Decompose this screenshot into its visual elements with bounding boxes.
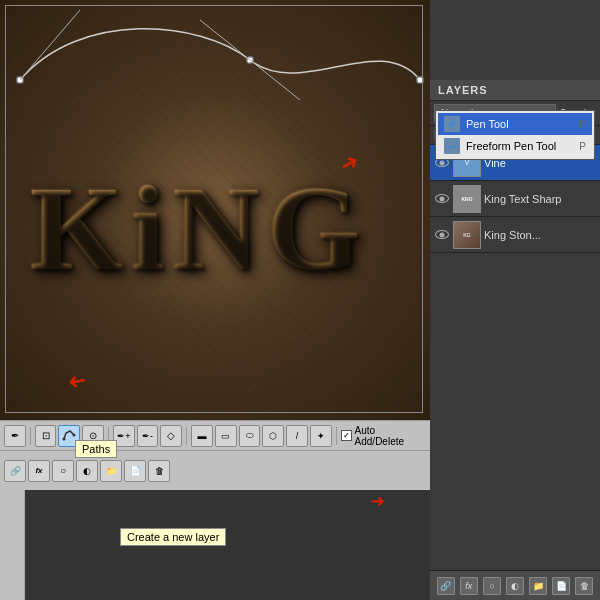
layer-link-btn[interactable]: 🔗 (437, 577, 455, 595)
auto-add-checkbox[interactable]: ✓ (341, 430, 352, 441)
layer-row-king-stone[interactable]: KG King Ston... (430, 217, 600, 253)
convert-icon: ◇ (167, 430, 175, 441)
new-layer-btn[interactable]: 📄 (124, 460, 146, 482)
layer-fx-btn[interactable]: fx (460, 577, 478, 595)
layer-trash-btn[interactable]: 🗑 (575, 577, 593, 595)
king-text-thumbnail: KNG (453, 185, 481, 213)
circle-btn[interactable]: ○ (52, 460, 74, 482)
layer-mask-btn[interactable]: ○ (483, 577, 501, 595)
king-stone-layer-name: King Ston... (484, 229, 596, 241)
round-rect-icon: ▭ (221, 431, 230, 441)
polygon-icon: ⬡ (269, 431, 277, 441)
pen-remove-btn[interactable]: ✒- (137, 425, 159, 447)
round-rect-btn[interactable]: ▭ (215, 425, 237, 447)
fx-btn[interactable]: fx (28, 460, 50, 482)
pen-icon: ✒ (11, 430, 19, 441)
freeform-pen-icon (444, 138, 460, 154)
polygon-btn[interactable]: ⬡ (262, 425, 284, 447)
vine-thumb-text: V (465, 159, 470, 166)
adj-btn[interactable]: ◐ (76, 460, 98, 482)
paths-tooltip: Paths (75, 440, 117, 458)
pen-svg (446, 118, 458, 130)
rect-shape-btn[interactable]: ▬ (191, 425, 213, 447)
new-layer-tooltip: Create a new layer (120, 528, 226, 546)
freeform-pen-item[interactable]: Freeform Pen Tool P (438, 135, 592, 157)
king-stone-thumbnail: KG (453, 221, 481, 249)
toolbar-sep-4 (336, 427, 337, 445)
pen-tool-icon (444, 116, 460, 132)
custom-shape-icon: ✦ (317, 431, 325, 441)
custom-shape-btn[interactable]: ✦ (310, 425, 332, 447)
rect-icon: ⊡ (42, 430, 50, 441)
shape-btn-1[interactable]: ⊡ (35, 425, 57, 447)
toolbar-sep-1 (30, 427, 31, 445)
layers-header: LAYERS (430, 80, 600, 101)
layers-bottom-bar: 🔗 fx ○ ◐ 📁 📄 🗑 (430, 570, 600, 600)
left-tool-panel (0, 490, 25, 600)
auto-add-delete-area: ✓ Auto Add/Delete (341, 425, 426, 447)
king-text-visibility[interactable] (434, 191, 450, 207)
canvas-area: KiNG (0, 0, 430, 420)
king-stone-eye-icon (435, 230, 449, 239)
pen-add-icon: ✒+ (117, 431, 130, 441)
layer-adj-btn[interactable]: ◐ (506, 577, 524, 595)
svg-point-9 (63, 437, 66, 440)
king-text-layer-name: King Text Sharp (484, 193, 596, 205)
king-text-eye-icon (435, 194, 449, 203)
freeform-svg (446, 140, 458, 152)
svg-point-10 (73, 433, 76, 436)
pen-tool-label: Pen Tool (466, 118, 509, 130)
circle-icon-2: ○ (60, 465, 66, 476)
toolbar-sep-3 (186, 427, 187, 445)
rect-shape-icon: ▬ (198, 431, 207, 441)
bottom-toolbar: 🔗 fx ○ ◐ 📁 📄 🗑 (0, 450, 430, 490)
tool-popup: Pen Tool P Freeform Pen Tool P (435, 110, 595, 160)
pen-tool-shortcut: P (579, 119, 586, 130)
layer-new-btn[interactable]: 📄 (552, 577, 570, 595)
layers-title: LAYERS (438, 84, 488, 96)
pen-tool-btn[interactable]: ✒ (4, 425, 26, 447)
freeform-pen-label: Freeform Pen Tool (466, 140, 556, 152)
line-btn[interactable]: / (286, 425, 308, 447)
ellipse-btn[interactable]: ⬭ (239, 425, 261, 447)
line-icon: / (296, 431, 299, 441)
trash-btn[interactable]: 🗑 (148, 460, 170, 482)
fx-icon: fx (35, 466, 42, 475)
pen-tool-item[interactable]: Pen Tool P (438, 113, 592, 135)
king-stone-visibility[interactable] (434, 227, 450, 243)
king-text-thumb-text: KNG (461, 196, 472, 202)
king-stone-thumb-text: KG (463, 232, 471, 238)
layer-row-king-text[interactable]: KNG King Text Sharp (430, 181, 600, 217)
group-icon: 📁 (106, 466, 117, 476)
link-btn[interactable]: 🔗 (4, 460, 26, 482)
adj-icon: ◐ (83, 466, 91, 476)
new-layer-icon: 📄 (130, 466, 141, 476)
group-btn[interactable]: 📁 (100, 460, 122, 482)
toolbar: ✒ ⊡ ⊙ ✒+ ✒- ◇ ▬ ▭ ⬭ ⬡ / ✦ (0, 420, 430, 450)
new-layer-tooltip-text: Create a new layer (127, 531, 219, 543)
pen-remove-icon: ✒- (142, 431, 153, 441)
layers-panel: Pen Tool P Freeform Pen Tool P LAYERS No… (430, 0, 600, 600)
trash-icon: 🗑 (155, 466, 164, 476)
layer-group-btn[interactable]: 📁 (529, 577, 547, 595)
auto-add-label: Auto Add/Delete (355, 425, 426, 447)
ellipse-icon: ⬭ (246, 430, 254, 441)
freeform-pen-shortcut: P (579, 141, 586, 152)
paths-tooltip-text: Paths (82, 443, 110, 455)
red-arrow-layer: ➜ (370, 490, 385, 512)
svg-line-11 (452, 118, 454, 120)
convert-pt-btn[interactable]: ◇ (160, 425, 182, 447)
link-icon: 🔗 (10, 466, 21, 476)
king-text: KiNG (30, 160, 369, 298)
